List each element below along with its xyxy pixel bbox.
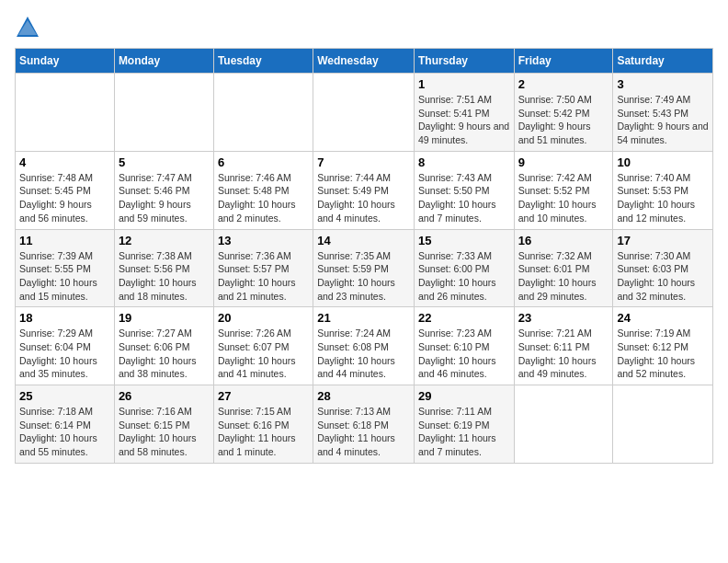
header-row: SundayMondayTuesdayWednesdayThursdayFrid… <box>16 49 713 74</box>
day-number: 29 <box>418 389 510 403</box>
day-info: Sunrise: 7:35 AMSunset: 5:59 PMDaylight:… <box>317 249 410 304</box>
header-cell-monday: Monday <box>114 49 213 74</box>
day-number: 8 <box>418 155 510 169</box>
day-cell: 5Sunrise: 7:47 AMSunset: 5:46 PMDaylight… <box>114 151 213 229</box>
day-cell: 29Sunrise: 7:11 AMSunset: 6:19 PMDayligh… <box>414 385 514 464</box>
day-number: 15 <box>418 234 510 247</box>
day-info: Sunrise: 7:42 AMSunset: 5:52 PMDaylight:… <box>518 171 609 225</box>
day-info: Sunrise: 7:38 AMSunset: 5:56 PMDaylight:… <box>119 249 210 304</box>
day-info: Sunrise: 7:39 AMSunset: 5:55 PMDaylight:… <box>19 249 110 304</box>
day-number: 9 <box>518 155 609 169</box>
day-number: 18 <box>19 311 110 325</box>
week-row-2: 11Sunrise: 7:39 AMSunset: 5:55 PMDayligh… <box>16 229 713 307</box>
week-row-4: 25Sunrise: 7:18 AMSunset: 6:14 PMDayligh… <box>16 385 713 464</box>
day-info: Sunrise: 7:47 AMSunset: 5:46 PMDaylight:… <box>119 171 210 225</box>
day-number: 3 <box>617 77 709 91</box>
day-info: Sunrise: 7:21 AMSunset: 6:11 PMDaylight:… <box>518 327 609 381</box>
day-number: 20 <box>218 311 309 325</box>
day-number: 13 <box>218 234 309 247</box>
day-info: Sunrise: 7:43 AMSunset: 5:50 PMDaylight:… <box>418 171 510 225</box>
day-number: 27 <box>218 389 309 403</box>
header <box>15 15 713 40</box>
day-number: 4 <box>19 155 110 169</box>
header-cell-saturday: Saturday <box>613 49 713 74</box>
day-cell: 18Sunrise: 7:29 AMSunset: 6:04 PMDayligh… <box>16 307 115 385</box>
day-info: Sunrise: 7:44 AMSunset: 5:49 PMDaylight:… <box>317 171 410 225</box>
header-cell-tuesday: Tuesday <box>213 49 313 74</box>
day-cell: 8Sunrise: 7:43 AMSunset: 5:50 PMDaylight… <box>414 151 514 229</box>
day-cell: 21Sunrise: 7:24 AMSunset: 6:08 PMDayligh… <box>313 307 415 385</box>
day-info: Sunrise: 7:30 AMSunset: 6:03 PMDaylight:… <box>617 249 709 304</box>
calendar-table: SundayMondayTuesdayWednesdayThursdayFrid… <box>15 48 713 464</box>
day-info: Sunrise: 7:23 AMSunset: 6:10 PMDaylight:… <box>418 327 510 381</box>
day-info: Sunrise: 7:36 AMSunset: 5:57 PMDaylight:… <box>218 249 309 304</box>
day-cell: 12Sunrise: 7:38 AMSunset: 5:56 PMDayligh… <box>114 229 213 307</box>
day-number: 26 <box>119 389 210 403</box>
header-cell-sunday: Sunday <box>16 49 115 74</box>
day-info: Sunrise: 7:51 AMSunset: 5:41 PMDaylight:… <box>418 93 510 147</box>
day-number: 16 <box>518 234 609 247</box>
day-info: Sunrise: 7:15 AMSunset: 6:16 PMDaylight:… <box>218 405 309 459</box>
day-cell <box>16 74 115 152</box>
day-cell: 25Sunrise: 7:18 AMSunset: 6:14 PMDayligh… <box>16 385 115 464</box>
day-number: 17 <box>617 234 709 247</box>
day-cell: 26Sunrise: 7:16 AMSunset: 6:15 PMDayligh… <box>114 385 213 464</box>
day-cell <box>613 385 713 464</box>
day-info: Sunrise: 7:29 AMSunset: 6:04 PMDaylight:… <box>19 327 110 381</box>
day-number: 6 <box>218 155 309 169</box>
day-cell: 7Sunrise: 7:44 AMSunset: 5:49 PMDaylight… <box>313 151 415 229</box>
header-cell-friday: Friday <box>514 49 613 74</box>
day-cell <box>114 74 213 152</box>
day-cell: 9Sunrise: 7:42 AMSunset: 5:52 PMDaylight… <box>514 151 613 229</box>
day-info: Sunrise: 7:46 AMSunset: 5:48 PMDaylight:… <box>218 171 309 225</box>
logo-icon <box>15 15 40 40</box>
day-info: Sunrise: 7:27 AMSunset: 6:06 PMDaylight:… <box>119 327 210 381</box>
day-number: 14 <box>317 234 410 247</box>
day-number: 2 <box>518 77 609 91</box>
day-info: Sunrise: 7:33 AMSunset: 6:00 PMDaylight:… <box>418 249 510 304</box>
day-cell <box>213 74 313 152</box>
day-number: 21 <box>317 311 410 325</box>
day-cell: 20Sunrise: 7:26 AMSunset: 6:07 PMDayligh… <box>213 307 313 385</box>
day-cell: 28Sunrise: 7:13 AMSunset: 6:18 PMDayligh… <box>313 385 415 464</box>
day-number: 11 <box>19 234 110 247</box>
day-cell: 17Sunrise: 7:30 AMSunset: 6:03 PMDayligh… <box>613 229 713 307</box>
day-number: 22 <box>418 311 510 325</box>
svg-marker-1 <box>18 20 37 35</box>
week-row-0: 1Sunrise: 7:51 AMSunset: 5:41 PMDaylight… <box>16 74 713 152</box>
day-info: Sunrise: 7:18 AMSunset: 6:14 PMDaylight:… <box>19 405 110 459</box>
day-cell <box>313 74 415 152</box>
day-cell: 3Sunrise: 7:49 AMSunset: 5:43 PMDaylight… <box>613 74 713 152</box>
day-number: 5 <box>119 155 210 169</box>
week-row-3: 18Sunrise: 7:29 AMSunset: 6:04 PMDayligh… <box>16 307 713 385</box>
logo <box>15 15 42 40</box>
day-cell: 15Sunrise: 7:33 AMSunset: 6:00 PMDayligh… <box>414 229 514 307</box>
header-cell-thursday: Thursday <box>414 49 514 74</box>
day-cell <box>514 385 613 464</box>
day-info: Sunrise: 7:40 AMSunset: 5:53 PMDaylight:… <box>617 171 709 225</box>
day-number: 12 <box>119 234 210 247</box>
day-info: Sunrise: 7:13 AMSunset: 6:18 PMDaylight:… <box>317 405 410 459</box>
header-cell-wednesday: Wednesday <box>313 49 415 74</box>
day-info: Sunrise: 7:16 AMSunset: 6:15 PMDaylight:… <box>119 405 210 459</box>
day-cell: 27Sunrise: 7:15 AMSunset: 6:16 PMDayligh… <box>213 385 313 464</box>
day-cell: 16Sunrise: 7:32 AMSunset: 6:01 PMDayligh… <box>514 229 613 307</box>
day-info: Sunrise: 7:19 AMSunset: 6:12 PMDaylight:… <box>617 327 709 381</box>
week-row-1: 4Sunrise: 7:48 AMSunset: 5:45 PMDaylight… <box>16 151 713 229</box>
day-number: 25 <box>19 389 110 403</box>
day-cell: 24Sunrise: 7:19 AMSunset: 6:12 PMDayligh… <box>613 307 713 385</box>
day-info: Sunrise: 7:26 AMSunset: 6:07 PMDaylight:… <box>218 327 309 381</box>
day-cell: 6Sunrise: 7:46 AMSunset: 5:48 PMDaylight… <box>213 151 313 229</box>
day-number: 1 <box>418 77 510 91</box>
day-cell: 19Sunrise: 7:27 AMSunset: 6:06 PMDayligh… <box>114 307 213 385</box>
day-cell: 23Sunrise: 7:21 AMSunset: 6:11 PMDayligh… <box>514 307 613 385</box>
day-info: Sunrise: 7:11 AMSunset: 6:19 PMDaylight:… <box>418 405 510 459</box>
day-number: 23 <box>518 311 609 325</box>
day-info: Sunrise: 7:49 AMSunset: 5:43 PMDaylight:… <box>617 93 709 147</box>
day-number: 10 <box>617 155 709 169</box>
day-cell: 11Sunrise: 7:39 AMSunset: 5:55 PMDayligh… <box>16 229 115 307</box>
day-cell: 13Sunrise: 7:36 AMSunset: 5:57 PMDayligh… <box>213 229 313 307</box>
day-number: 19 <box>119 311 210 325</box>
day-info: Sunrise: 7:48 AMSunset: 5:45 PMDaylight:… <box>19 171 110 225</box>
day-number: 7 <box>317 155 410 169</box>
